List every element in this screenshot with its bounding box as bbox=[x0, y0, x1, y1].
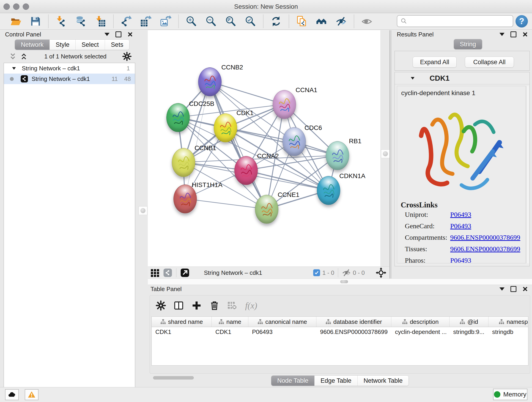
network-edge[interactable] bbox=[185, 82, 210, 199]
right-splitter-handle[interactable] bbox=[381, 149, 390, 158]
save-session-button[interactable] bbox=[29, 15, 42, 28]
column-header-canonical-name[interactable]: canonical name bbox=[248, 317, 317, 327]
add-column-icon[interactable] bbox=[191, 300, 202, 311]
open-session-button[interactable] bbox=[9, 15, 22, 28]
hide-selected-button[interactable] bbox=[335, 15, 348, 28]
collection-expand-icon[interactable] bbox=[12, 67, 16, 70]
hidden-eye-icon[interactable] bbox=[342, 268, 351, 277]
network-edge[interactable] bbox=[210, 82, 266, 209]
network-node-CCNE1[interactable] bbox=[255, 195, 278, 224]
table-cell-description[interactable]: cyclin-dependent ... bbox=[391, 328, 450, 336]
horizontal-splitter-handle[interactable] bbox=[340, 280, 348, 283]
crosslink-pharos[interactable]: P06493 bbox=[450, 256, 471, 263]
grid-view-icon[interactable] bbox=[150, 268, 160, 278]
table-cell-shared-name[interactable]: CDK1 bbox=[152, 328, 212, 336]
network-node-RB1[interactable] bbox=[326, 141, 349, 170]
panel-menu-icon[interactable] bbox=[500, 287, 505, 291]
network-node-CCNA2[interactable] bbox=[234, 156, 258, 185]
import-network-from-file-button[interactable] bbox=[55, 15, 68, 28]
memory-button[interactable]: Memory bbox=[493, 389, 527, 400]
tab-select[interactable]: Select bbox=[76, 40, 105, 50]
results-scrollbar[interactable] bbox=[526, 86, 529, 263]
table-cell-name[interactable]: CDK1 bbox=[212, 328, 248, 336]
network-node-CDC25B[interactable] bbox=[166, 103, 190, 132]
network-node-CDC6[interactable] bbox=[283, 127, 306, 156]
gear-icon[interactable] bbox=[122, 52, 132, 61]
close-panel-icon[interactable] bbox=[522, 32, 528, 37]
crosshair-icon[interactable] bbox=[376, 268, 386, 278]
apply-preferred-layout-button[interactable] bbox=[269, 15, 283, 28]
zoom-selected-button[interactable] bbox=[244, 15, 257, 28]
float-panel-icon[interactable] bbox=[510, 32, 516, 37]
column-header-shared-name[interactable]: shared name bbox=[152, 317, 212, 327]
zoom-out-button[interactable] bbox=[204, 15, 218, 28]
import-table-from-file-button[interactable] bbox=[94, 15, 107, 28]
column-header-database-identifier[interactable]: database identifier bbox=[317, 317, 391, 327]
expand-all-icon[interactable] bbox=[19, 52, 28, 61]
zoom-in-button[interactable] bbox=[185, 15, 198, 28]
network-canvas[interactable]: CCNB2CCNA1CDC25BCDK1CDC6RB1CCNB1CCNA2CDK… bbox=[148, 30, 380, 267]
tab-network-table[interactable]: Network Table bbox=[358, 376, 409, 386]
delete-column-icon[interactable] bbox=[209, 300, 220, 311]
tab-node-table[interactable]: Node Table bbox=[271, 376, 315, 386]
column-header-namespace[interactable]: namespace bbox=[488, 317, 528, 327]
string-view-icon[interactable] bbox=[163, 268, 172, 278]
collapse-all-button[interactable]: Collapse All bbox=[465, 57, 514, 68]
crosslink-compartments[interactable]: 9606.ENSP00000378699 bbox=[450, 234, 520, 241]
panel-menu-icon[interactable] bbox=[104, 33, 109, 36]
column-header-description[interactable]: description bbox=[391, 317, 450, 327]
network-node-CDKN1A[interactable] bbox=[317, 176, 340, 205]
crosslink-uniprot[interactable]: P06493 bbox=[450, 211, 471, 218]
crosslink-genecard[interactable]: P06493 bbox=[450, 222, 471, 230]
export-network-button[interactable] bbox=[120, 15, 133, 28]
string-homology-button[interactable] bbox=[315, 15, 328, 28]
table-hscrollbar-thumb[interactable] bbox=[153, 376, 194, 380]
network-edge[interactable] bbox=[246, 170, 328, 190]
show-columns-icon[interactable] bbox=[174, 300, 184, 311]
table-row[interactable]: CDK1CDK1P064939606.ENSP00000378699cyclin… bbox=[152, 327, 528, 337]
show-graphics-details-button[interactable] bbox=[360, 15, 374, 28]
gene-collapse-icon[interactable] bbox=[411, 77, 414, 80]
close-panel-icon[interactable] bbox=[127, 32, 133, 37]
selected-nodes-checkbox[interactable] bbox=[313, 269, 320, 276]
search-box[interactable] bbox=[397, 15, 513, 27]
float-panel-icon[interactable] bbox=[115, 32, 121, 37]
network-node-CCNA1[interactable] bbox=[273, 90, 296, 119]
open-in-new-icon[interactable] bbox=[180, 268, 190, 278]
zoom-fit-content-button[interactable] bbox=[224, 15, 237, 28]
network-node-CCNB2[interactable] bbox=[198, 67, 222, 96]
crosslink-tissues[interactable]: 9606.ENSP00000378699 bbox=[450, 245, 520, 253]
network-collection-row[interactable]: String Network – cdk1 1 bbox=[4, 63, 135, 74]
network-row[interactable]: String Network – cdk1 11 48 bbox=[4, 74, 135, 84]
network-edge[interactable] bbox=[225, 128, 337, 155]
collapse-all-icon[interactable] bbox=[8, 52, 17, 61]
left-splitter[interactable] bbox=[137, 30, 148, 387]
export-image-button[interactable] bbox=[159, 15, 172, 28]
help-button[interactable]: ? bbox=[515, 15, 528, 27]
tab-string[interactable]: String bbox=[454, 39, 482, 49]
tab-network[interactable]: Network bbox=[15, 40, 50, 50]
table-cell-namespace[interactable]: stringdb bbox=[488, 328, 528, 336]
column-header-name[interactable]: name bbox=[212, 317, 248, 327]
cloud-button[interactable] bbox=[5, 389, 19, 400]
tab-style[interactable]: Style bbox=[50, 40, 76, 50]
warnings-button[interactable] bbox=[25, 389, 38, 400]
search-input[interactable] bbox=[410, 17, 513, 25]
tab-sets[interactable]: Sets bbox=[105, 40, 129, 50]
table-cell-canonical-name[interactable]: P06493 bbox=[248, 328, 317, 336]
table-gear-icon[interactable] bbox=[156, 300, 166, 311]
network-node-HIST1H1A[interactable] bbox=[173, 185, 197, 213]
table-cell-database-identifier[interactable]: 9606.ENSP00000378699 bbox=[317, 328, 391, 336]
panel-menu-icon[interactable] bbox=[500, 33, 505, 36]
network-node-CCNB1[interactable] bbox=[172, 148, 195, 177]
tab-edge-table[interactable]: Edge Table bbox=[315, 376, 358, 386]
column-header-@id[interactable]: @id bbox=[450, 317, 488, 327]
network-node-CDK1[interactable] bbox=[214, 114, 237, 142]
network-edge[interactable] bbox=[185, 199, 266, 209]
float-panel-icon[interactable] bbox=[510, 286, 516, 292]
close-panel-icon[interactable] bbox=[522, 286, 528, 292]
string-protein-query-button[interactable] bbox=[295, 15, 308, 28]
expand-all-button[interactable]: Expand All bbox=[413, 57, 457, 68]
table-cell-@id[interactable]: stringdb:9... bbox=[450, 328, 488, 336]
left-splitter-handle[interactable] bbox=[139, 206, 147, 215]
